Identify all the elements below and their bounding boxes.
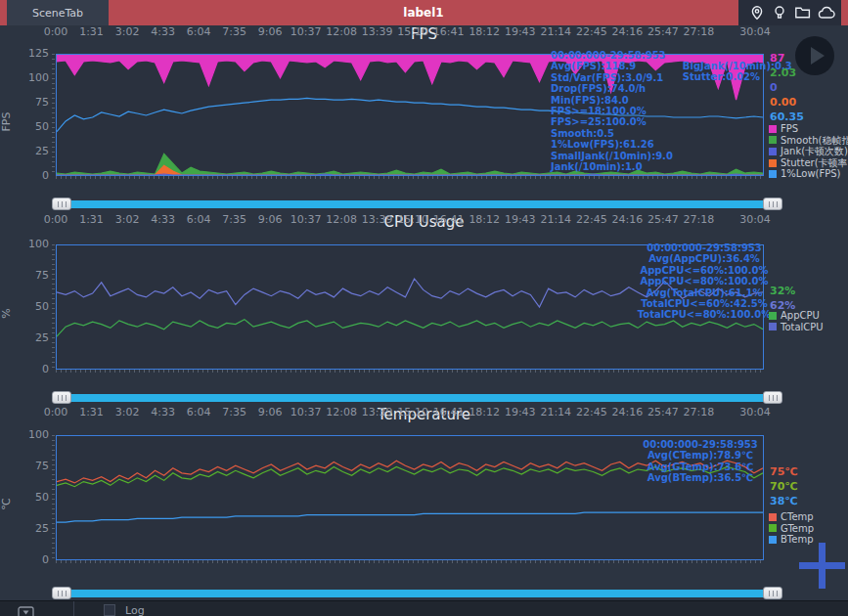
x-tick-label: 27:18 xyxy=(675,213,722,226)
series-AppCPU xyxy=(57,320,763,337)
y-tick-label: 25 xyxy=(0,522,49,535)
fps-legend: FPSSmooth(稳帧指数)Jank(卡顿次数)Stutter(卡顿率)1%L… xyxy=(769,123,847,180)
scrollbar-left-handle[interactable] xyxy=(52,391,71,404)
stat-line: 1%Low(FPS):61.26 xyxy=(551,139,673,150)
temperature-time-scrollbar[interactable] xyxy=(52,587,782,599)
cpu-chart-section: CPU Usage % 1007550250 00:00:000-29:58:9… xyxy=(0,213,848,406)
y-tick-label: 75 xyxy=(0,460,49,472)
temperature-plot-area[interactable]: 00:00:000-29:58:953Avg(CTemp):78.9℃Avg(G… xyxy=(56,435,764,560)
cpu-current-values: 32%62% xyxy=(770,284,846,313)
scrollbar-left-handle[interactable] xyxy=(52,587,71,599)
cpu-plot-area[interactable]: 00:00:000-29:58:953Avg(AppCPU):36.4%AppC… xyxy=(56,244,764,370)
legend-item[interactable]: Smooth(稳帧指数) xyxy=(769,135,847,147)
legend-item[interactable]: 1%Low(FPS) xyxy=(769,168,847,180)
legend-label: Stutter(卡顿率) xyxy=(781,157,848,169)
stat-line: 00:00:000-29:58:953 xyxy=(618,242,790,253)
cpu-legend: AppCPUTotalCPU xyxy=(769,310,847,332)
legend-item[interactable]: FPS xyxy=(769,123,847,135)
legend-swatch-icon xyxy=(769,536,777,544)
stat-line: Drop(FPS):74.0/h xyxy=(551,83,673,94)
stat-line: SmallJank(/10min):9.0 xyxy=(551,151,673,161)
x-tick-label: 30:04 xyxy=(732,213,779,226)
plus-icon xyxy=(819,543,826,589)
current-value: 0 xyxy=(770,80,846,95)
cpu-time-scrollbar[interactable] xyxy=(52,391,782,404)
fps-plot-area[interactable]: 00:00:000-29:58:953Avg(FPS):118.9Std/Var… xyxy=(56,54,764,176)
scrollbar-track[interactable] xyxy=(56,200,779,208)
stat-line: AppCPU<=60%:100.0% xyxy=(618,265,790,276)
stat-line: AppCPU<=80%:100.0% xyxy=(618,276,790,286)
y-tick-marks xyxy=(52,244,55,370)
legend-label: 1%Low(FPS) xyxy=(781,168,841,180)
stat-line: Jank(/10min):1.0 xyxy=(551,161,673,172)
y-tick-label: 50 xyxy=(0,300,49,313)
top-bar: SceneTab label1 xyxy=(0,0,848,25)
legend-item[interactable]: GTemp xyxy=(769,523,847,535)
stat-line: Avg(CTemp):78.9℃ xyxy=(614,450,786,461)
add-chart-button[interactable] xyxy=(795,539,848,593)
play-button[interactable] xyxy=(795,36,834,75)
series-BTemp xyxy=(57,512,763,522)
stat-line: FPS>=18:100.0% xyxy=(551,106,673,116)
fps-stats-overlay: 00:00:000-29:58:953Avg(FPS):118.9Std/Var… xyxy=(551,50,792,172)
location-icon[interactable] xyxy=(749,5,765,21)
fps-time-scrollbar[interactable] xyxy=(52,198,782,210)
stat-line: Avg(TotalCPU):61.1% xyxy=(618,287,790,298)
toolbar-icons xyxy=(738,0,841,25)
scrollbar-track[interactable] xyxy=(56,394,779,402)
stat-line: Avg(FPS):118.9 xyxy=(551,61,673,71)
dock-bottom-icon[interactable] xyxy=(18,604,34,616)
legend-label: FPS xyxy=(781,123,798,135)
legend-label: Jank(卡顿次数) xyxy=(781,146,848,157)
stat-line: Std/Var(FPS):3.0/9.1 xyxy=(551,72,673,83)
legend-swatch-icon xyxy=(769,513,777,521)
legend-swatch-icon xyxy=(769,125,777,133)
x-tick-label: 30:04 xyxy=(732,25,779,38)
legend-item[interactable]: CTemp xyxy=(769,511,847,523)
stat-line: 00:00:000-29:58:953 xyxy=(614,439,786,450)
legend-swatch-icon xyxy=(769,312,777,320)
y-tick-label: 100 xyxy=(0,71,49,84)
scrollbar-right-handle[interactable] xyxy=(763,587,782,599)
scrollbar-left-handle[interactable] xyxy=(52,198,71,210)
scene-tab[interactable]: SceneTab xyxy=(7,0,109,25)
scene-tab-label: SceneTab xyxy=(32,7,83,20)
legend-swatch-icon xyxy=(769,524,777,532)
label-tab[interactable]: label1 xyxy=(109,0,738,25)
perf-monitor-window: SceneTab label1 xyxy=(0,0,848,616)
x-tick-marks xyxy=(56,370,764,373)
y-tick-marks xyxy=(52,54,55,176)
current-value: 75℃ xyxy=(770,464,846,479)
bottom-bar: Log xyxy=(0,600,848,616)
stat-line: TotalCPU<=80%:100.0% xyxy=(618,309,790,320)
legend-label: Smooth(稳帧指数) xyxy=(781,135,848,147)
log-checkbox[interactable] xyxy=(104,604,115,616)
stat-line: Min(FPS):84.0 xyxy=(551,95,673,106)
divider xyxy=(73,601,74,616)
y-tick-label: 0 xyxy=(0,169,49,182)
legend-item[interactable]: Jank(卡顿次数) xyxy=(769,146,847,157)
y-tick-label: 50 xyxy=(0,491,49,504)
legend-item[interactable]: AppCPU xyxy=(769,310,847,322)
current-value: 32% xyxy=(770,284,846,298)
temperature-current-values: 75℃70℃38℃ xyxy=(770,464,846,508)
stat-line: TotalCPU<=60%:42.5% xyxy=(618,298,790,309)
y-tick-label: 25 xyxy=(0,145,49,157)
current-value: 0.00 xyxy=(770,95,846,110)
x-tick-label: 27:18 xyxy=(675,406,722,418)
scrollbar-right-handle[interactable] xyxy=(763,391,782,404)
scrollbar-right-handle[interactable] xyxy=(763,198,782,210)
scrollbar-track[interactable] xyxy=(56,590,779,597)
log-label: Log xyxy=(125,604,145,616)
legend-swatch-icon xyxy=(769,148,777,155)
current-value: 38℃ xyxy=(770,494,846,508)
stat-line: FPS>=25:100.0% xyxy=(551,116,673,127)
legend-item[interactable]: TotalCPU xyxy=(769,322,847,333)
legend-item[interactable]: Stutter(卡顿率) xyxy=(769,157,847,169)
cloud-icon[interactable] xyxy=(818,5,835,21)
legend-label: AppCPU xyxy=(781,310,820,322)
bulb-icon[interactable] xyxy=(772,5,787,21)
legend-swatch-icon xyxy=(769,170,777,178)
stat-line: Avg(GTemp):73.6℃ xyxy=(614,462,786,472)
folder-icon[interactable] xyxy=(794,5,811,21)
